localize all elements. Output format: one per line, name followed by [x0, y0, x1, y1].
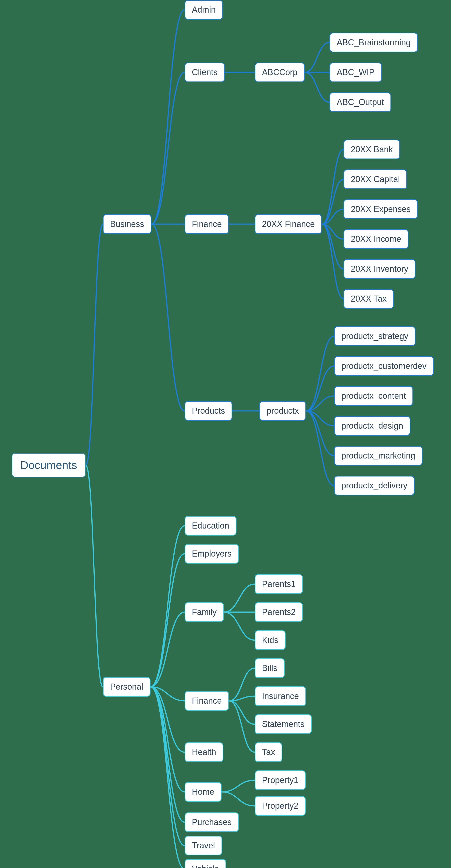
- link-20xx_finance-20xx_tax: [322, 224, 343, 299]
- node-home[interactable]: Home: [185, 782, 222, 802]
- link-20xx_finance-20xx_capital: [322, 179, 343, 224]
- node-documents[interactable]: Documents: [12, 453, 86, 477]
- link-family-parents1: [224, 584, 255, 612]
- link-pfinance-bills: [229, 668, 255, 701]
- node-pfinance[interactable]: Finance: [185, 691, 229, 711]
- link-personal-employers: [150, 554, 185, 687]
- link-abccorp-abc_brainstorming: [305, 42, 330, 72]
- link-personal-travel: [150, 687, 185, 845]
- node-tax[interactable]: Tax: [255, 742, 282, 762]
- link-productx-productx_customerdev: [306, 366, 334, 411]
- node-20xx_inventory[interactable]: 20XX Inventory: [343, 259, 416, 279]
- node-insurance[interactable]: Insurance: [255, 686, 306, 706]
- node-bills[interactable]: Bills: [255, 658, 285, 678]
- node-20xx_income[interactable]: 20XX Income: [343, 229, 408, 249]
- node-education[interactable]: Education: [185, 516, 236, 535]
- node-20xx_expenses[interactable]: 20XX Expenses: [343, 199, 418, 219]
- link-personal-health: [150, 687, 185, 752]
- node-parents2[interactable]: Parents2: [255, 602, 303, 622]
- node-bfinance[interactable]: Finance: [185, 214, 229, 234]
- node-products[interactable]: Products: [185, 401, 232, 421]
- link-pfinance-statements: [229, 701, 255, 724]
- node-travel[interactable]: Travel: [185, 836, 222, 856]
- node-productx_marketing[interactable]: productx_marketing: [334, 446, 422, 466]
- node-statements[interactable]: Statements: [255, 714, 312, 734]
- link-personal-purchases: [150, 687, 185, 822]
- node-productx_customerdev[interactable]: productx_customerdev: [334, 356, 434, 376]
- node-parents1[interactable]: Parents1: [255, 574, 303, 594]
- node-property1[interactable]: Property1: [255, 770, 306, 790]
- node-20xx_capital[interactable]: 20XX Capital: [343, 169, 407, 189]
- link-20xx_finance-20xx_bank: [322, 149, 343, 224]
- link-pfinance-insurance: [229, 696, 255, 701]
- link-personal-family: [150, 612, 185, 687]
- link-personal-vehicle: [150, 687, 185, 868]
- link-documents-personal: [86, 465, 103, 687]
- link-productx-productx_delivery: [306, 411, 334, 486]
- node-abccorp[interactable]: ABCCorp: [255, 63, 305, 82]
- node-productx_strategy[interactable]: productx_strategy: [334, 327, 416, 346]
- node-abc_output[interactable]: ABC_Output: [330, 92, 391, 112]
- node-family[interactable]: Family: [185, 602, 224, 622]
- link-productx-productx_marketing: [306, 411, 334, 456]
- link-pfinance-tax: [229, 701, 255, 752]
- link-20xx_finance-20xx_income: [322, 224, 343, 239]
- link-home-property1: [222, 780, 255, 792]
- node-property2[interactable]: Property2: [255, 796, 306, 816]
- link-business-clients: [151, 72, 185, 224]
- node-productx_content[interactable]: productx_content: [334, 386, 413, 406]
- link-abccorp-abc_output: [305, 72, 330, 102]
- node-20xx_bank[interactable]: 20XX Bank: [343, 140, 400, 159]
- node-productx_design[interactable]: productx_design: [334, 416, 410, 436]
- link-productx-productx_strategy: [306, 336, 334, 411]
- link-productx-productx_content: [306, 396, 334, 411]
- node-employers[interactable]: Employers: [185, 544, 239, 564]
- node-kids[interactable]: Kids: [255, 630, 286, 650]
- node-productx[interactable]: productx: [259, 401, 306, 421]
- link-home-property2: [222, 792, 255, 806]
- link-business-products: [151, 224, 185, 411]
- node-health[interactable]: Health: [185, 742, 223, 762]
- link-business-admin: [151, 10, 185, 224]
- link-personal-home: [150, 687, 185, 792]
- node-vehicle[interactable]: Vehicle: [185, 859, 226, 868]
- link-documents-business: [86, 224, 103, 465]
- link-personal-education: [150, 526, 185, 687]
- node-purchases[interactable]: Purchases: [185, 812, 239, 832]
- node-abc_brainstorming[interactable]: ABC_Brainstorming: [330, 33, 418, 52]
- mindmap-canvas: DocumentsBusinessAdminClientsABCCorpABC_…: [0, 0, 451, 868]
- node-clients[interactable]: Clients: [185, 63, 225, 82]
- node-business[interactable]: Business: [103, 214, 151, 234]
- node-abc_wip[interactable]: ABC_WIP: [330, 63, 382, 82]
- node-personal[interactable]: Personal: [103, 677, 150, 696]
- link-personal-pfinance: [150, 687, 185, 701]
- node-20xx_tax[interactable]: 20XX Tax: [343, 289, 394, 309]
- link-family-kids: [224, 612, 255, 640]
- link-20xx_finance-20xx_expenses: [322, 209, 343, 224]
- link-20xx_finance-20xx_inventory: [322, 224, 343, 269]
- link-productx-productx_design: [306, 411, 334, 426]
- node-productx_delivery[interactable]: productx_delivery: [334, 476, 415, 495]
- node-20xx_finance[interactable]: 20XX Finance: [255, 214, 322, 234]
- node-admin[interactable]: Admin: [185, 0, 223, 20]
